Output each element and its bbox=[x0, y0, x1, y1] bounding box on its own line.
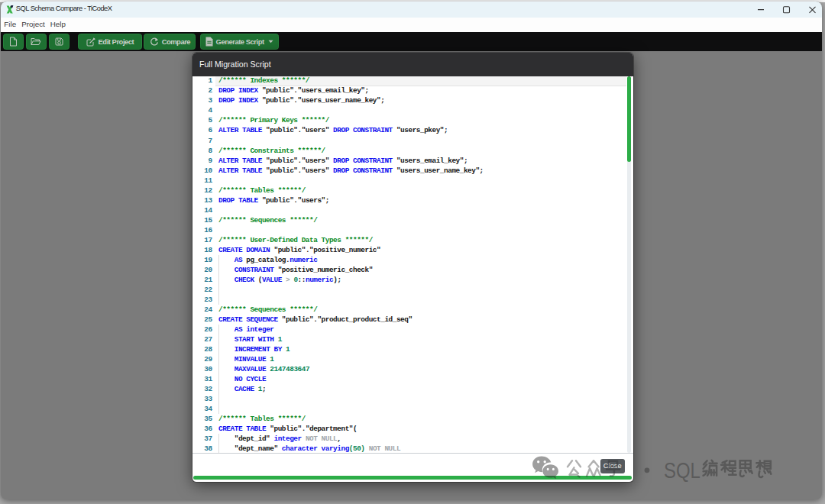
svg-text:SQL: SQL bbox=[664, 457, 700, 483]
